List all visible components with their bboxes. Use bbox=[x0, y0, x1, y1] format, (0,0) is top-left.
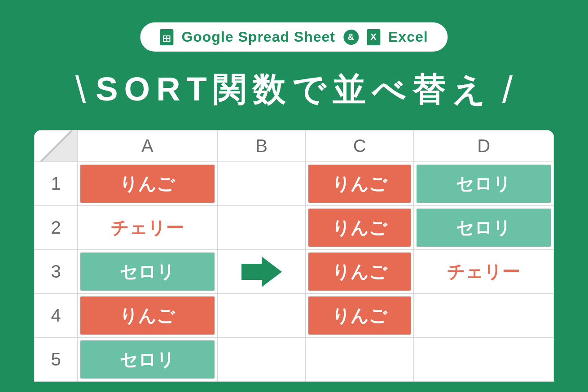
cell-D2-value: セロリ bbox=[417, 209, 551, 247]
cell-D4[interactable] bbox=[414, 294, 554, 338]
cell-C4-value: りんご bbox=[308, 296, 411, 335]
cell-A1-value: りんご bbox=[80, 165, 215, 203]
cell-B3[interactable] bbox=[217, 250, 306, 294]
cell-A3-value: セロリ bbox=[80, 253, 215, 291]
cell-A2[interactable]: チェリー bbox=[78, 206, 218, 250]
slash-left: / bbox=[75, 68, 86, 112]
cell-A2-value: チェリー bbox=[80, 209, 215, 247]
cell-C4[interactable]: りんご bbox=[306, 294, 414, 338]
cell-A4-value: りんご bbox=[80, 296, 215, 335]
ampersand-badge: & bbox=[343, 30, 359, 45]
row-2[interactable]: 2 bbox=[35, 206, 78, 250]
cell-A5[interactable]: セロリ bbox=[78, 338, 218, 382]
spreadsheet-table: A B C D 1 りんご りんご セロリ 2 チェリー りんご セロリ 3 セ… bbox=[34, 130, 554, 382]
spreadsheet: A B C D 1 りんご りんご セロリ 2 チェリー りんご セロリ 3 セ… bbox=[34, 130, 554, 382]
col-B[interactable]: B bbox=[217, 131, 306, 162]
row-1[interactable]: 1 bbox=[35, 162, 78, 206]
cell-A1[interactable]: りんご bbox=[78, 162, 218, 206]
google-sheets-icon bbox=[160, 29, 173, 45]
cell-A5-value: セロリ bbox=[80, 340, 215, 379]
cell-C3-value: りんご bbox=[308, 253, 411, 291]
cell-C1-value: りんご bbox=[308, 165, 411, 203]
cell-B1[interactable] bbox=[217, 162, 306, 206]
cell-A3[interactable]: セロリ bbox=[78, 250, 218, 294]
col-C[interactable]: C bbox=[306, 131, 414, 162]
cell-B4[interactable] bbox=[217, 294, 306, 338]
cell-D2[interactable]: セロリ bbox=[414, 206, 554, 250]
svg-marker-0 bbox=[241, 257, 282, 287]
cell-C2-value: りんご bbox=[308, 209, 411, 247]
cell-D3[interactable]: チェリー bbox=[414, 250, 554, 294]
row-3[interactable]: 3 bbox=[35, 250, 78, 294]
cell-D3-value: チェリー bbox=[417, 253, 551, 291]
cell-B2[interactable] bbox=[217, 206, 306, 250]
row-4[interactable]: 4 bbox=[35, 294, 78, 338]
title-wrap: / SORT関数で並べ替え / bbox=[75, 67, 513, 112]
excel-icon bbox=[367, 29, 380, 45]
col-A[interactable]: A bbox=[78, 131, 218, 162]
col-D[interactable]: D bbox=[414, 131, 554, 162]
cell-C2[interactable]: りんご bbox=[306, 206, 414, 250]
slash-right: / bbox=[502, 68, 513, 112]
top-badge: Google Spread Sheet & Excel bbox=[140, 22, 448, 52]
excel-label: Excel bbox=[388, 29, 428, 45]
arrow-right-icon bbox=[237, 254, 286, 290]
cell-D1[interactable]: セロリ bbox=[414, 162, 554, 206]
google-label: Google Spread Sheet bbox=[181, 29, 335, 45]
cell-C5[interactable] bbox=[306, 338, 414, 382]
page-title: SORT関数で並べ替え bbox=[96, 67, 492, 112]
cell-D5[interactable] bbox=[414, 338, 554, 382]
cell-D1-value: セロリ bbox=[417, 165, 551, 203]
select-all-corner[interactable] bbox=[35, 131, 78, 162]
cell-C1[interactable]: りんご bbox=[306, 162, 414, 206]
cell-C3[interactable]: りんご bbox=[306, 250, 414, 294]
cell-A4[interactable]: りんご bbox=[78, 294, 218, 338]
row-5[interactable]: 5 bbox=[35, 338, 78, 382]
cell-B5[interactable] bbox=[217, 338, 306, 382]
